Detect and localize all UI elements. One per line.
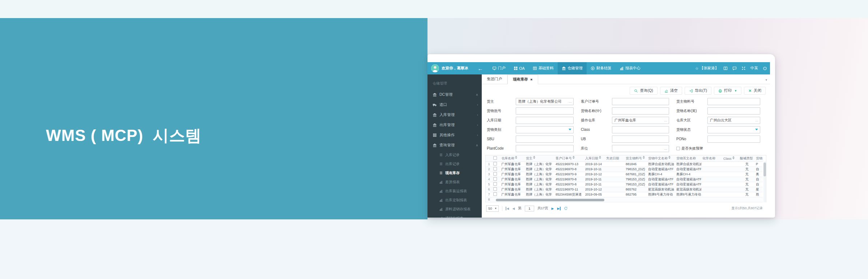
column-header-order_no[interactable]: 客户订单号 (554, 155, 584, 162)
money-icon (591, 66, 595, 70)
page-size-caret-icon: ▾ (495, 207, 497, 210)
row-checkbox[interactable] (493, 172, 497, 176)
row-checkbox[interactable] (493, 177, 497, 181)
column-header-class[interactable]: Class (722, 155, 739, 162)
select-chevron-icon[interactable] (755, 129, 758, 130)
form-field-select[interactable] (516, 126, 574, 133)
form-field-text[interactable] (707, 98, 760, 105)
row-checkbox[interactable] (493, 162, 497, 166)
form-field-text[interactable] (612, 98, 669, 105)
row-checkbox[interactable] (493, 187, 497, 191)
nav-item[interactable]: 仓储管理 (558, 62, 587, 74)
form-field-text[interactable] (516, 136, 574, 143)
toolbar-button[interactable]: 查询(Q) (630, 87, 657, 95)
page-size-select[interactable]: 50 ▾ (486, 205, 499, 212)
prev-page-button[interactable]: ◀ (512, 207, 515, 210)
combo-ellipsis-icon[interactable]: … (664, 147, 667, 150)
header-right: ☆ 【张家港】 中英 (695, 66, 767, 71)
layout-columns-button[interactable] (723, 66, 728, 70)
sidebar-subitem[interactable]: 出库装运报表 (427, 186, 482, 196)
sidebar-item[interactable]: 查询管理∧ (427, 140, 482, 150)
tab-active[interactable]: 现有库存✖ (507, 75, 538, 84)
form-field-text[interactable] (612, 107, 669, 115)
page-number-input[interactable]: 1 (525, 206, 534, 211)
form-field-text[interactable] (612, 126, 669, 133)
sidebar-subitem[interactable]: 原料进销存报表 (427, 205, 482, 214)
sidebar-subitem[interactable]: 出库记录 (427, 159, 482, 168)
sort-icon (732, 156, 735, 159)
toolbar-button[interactable]: 打印▼ (714, 87, 741, 95)
vertical-scrollbar-thumb[interactable] (763, 163, 766, 176)
sidebar-item[interactable]: 入库管理‹ (427, 110, 482, 120)
nav-item[interactable]: 财务结算 (587, 62, 616, 74)
chat-button[interactable] (732, 66, 737, 70)
sidebar-subitem[interactable]: 入库记录 (427, 150, 482, 159)
top-strip (0, 0, 868, 18)
form-field-text[interactable] (516, 145, 574, 152)
form-field-select[interactable] (707, 126, 760, 133)
sidebar-item[interactable]: 其他操作‹ (427, 130, 482, 140)
tab-label: 集团门户 (487, 77, 502, 82)
row-checkbox[interactable] (493, 182, 497, 186)
form-field-text[interactable] (707, 136, 760, 143)
column-header-owner[interactable]: 货主 (525, 155, 554, 162)
nav-item[interactable]: 基础资料 (529, 62, 558, 74)
form-field-text[interactable] (516, 117, 574, 124)
horizontal-scrollbar-thumb[interactable] (496, 199, 604, 201)
form-field-combo[interactable]: 广州军鑫仓库… (612, 117, 669, 124)
sidebar-subitem[interactable]: 出库定制报表 (427, 196, 482, 205)
nav-item[interactable]: 报表中心 (616, 62, 644, 74)
last-page-button[interactable]: ▶ (557, 207, 561, 210)
cell-acid_type: 无 (739, 187, 755, 192)
nav-item[interactable]: 门户 (488, 62, 510, 74)
sidebar-item[interactable]: DC管理∧ (427, 90, 482, 100)
row-checkbox[interactable] (493, 167, 497, 171)
column-header-warehouse[interactable]: 仓库名称 (500, 155, 525, 162)
select-all-checkbox[interactable] (492, 155, 500, 162)
form-field-text[interactable] (612, 136, 669, 143)
cell-cb (492, 167, 500, 172)
expiry-warning-checkbox[interactable]: 是否失效预警 (676, 146, 703, 151)
toolbar-button[interactable]: 清空 (660, 87, 682, 95)
combo-ellipsis-icon[interactable]: … (664, 119, 667, 122)
select-chevron-icon[interactable] (569, 129, 571, 130)
tab-close-icon[interactable]: ✖ (530, 78, 533, 81)
combo-ellipsis-icon[interactable]: … (755, 119, 758, 122)
sidebar-item-label: 入库管理 (439, 112, 455, 117)
toolbar-button[interactable]: 关闭 (744, 87, 766, 95)
row-checkbox[interactable] (493, 192, 497, 196)
checkbox-box[interactable] (676, 147, 680, 150)
column-header-name_cn[interactable]: 货物中文名称 (647, 155, 675, 162)
tab-inactive[interactable]: 集团门户 (482, 74, 507, 84)
form-field-combo[interactable]: 广州白云大区… (707, 117, 760, 124)
sidebar-subitem[interactable]: 现有库存 (427, 168, 482, 177)
barchart-icon (439, 180, 443, 184)
checkbox-box[interactable] (493, 156, 497, 160)
column-header-in_date[interactable]: 入库日期 (584, 155, 605, 162)
tab-list-caret-icon[interactable]: ▾ (765, 78, 767, 82)
favorite-site[interactable]: ☆ 【张家港】 (695, 66, 719, 71)
refresh-icon[interactable] (564, 206, 568, 210)
form-field-text[interactable] (516, 107, 574, 115)
column-header-material_no[interactable]: 货主物料号 (625, 155, 647, 162)
lang-toggle[interactable]: 中英 (750, 66, 758, 71)
first-page-button[interactable]: ◀ (506, 207, 509, 210)
nav-item[interactable]: OA (510, 62, 529, 74)
next-page-button[interactable]: ▶ (552, 207, 554, 210)
sidebar-subitem[interactable]: 差异报表 (427, 177, 482, 186)
sidebar-subitem[interactable]: 进销存报表 (427, 214, 482, 218)
combo-ellipsis-icon[interactable]: … (569, 100, 572, 103)
sidebar-item[interactable]: 出库管理‹ (427, 120, 482, 130)
table-row: 3广州军鑫仓库胜牌（上海）化学4522196970-92019-10-12687… (486, 172, 763, 177)
form-field-text[interactable] (707, 107, 760, 115)
power-button[interactable] (763, 66, 767, 70)
toolbar-button[interactable]: 导出(T) (685, 87, 711, 95)
form-field-combo[interactable]: 胜牌（上海）化学有限公司… (516, 98, 574, 105)
form-field-value: 广州军鑫仓库 (614, 118, 636, 123)
fullscreen-button[interactable] (741, 66, 746, 70)
sidebar-item[interactable]: 道口‹ (427, 100, 482, 110)
back-arrow-icon[interactable]: ← (478, 65, 483, 72)
cell-num: 2 (486, 167, 492, 172)
form-field-combo[interactable]: … (612, 145, 669, 152)
user-avatar[interactable] (431, 64, 439, 72)
